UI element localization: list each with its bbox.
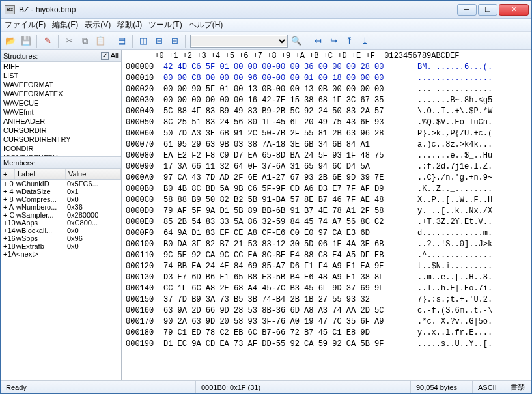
find-prev-icon[interactable]: ↤ bbox=[311, 34, 325, 48]
hex-body[interactable]: 00000042 4D C6 5F 01 00 00 00-00 00 36 0… bbox=[122, 62, 531, 380]
hex-row[interactable]: 0000A097 CA 43 7D AD 2F 6E A1-27 67 93 2… bbox=[122, 173, 531, 184]
hex-column-header: +0 +1 +2 +3 +4 +5 +6 +7 +8 +9 +A +B +C +… bbox=[122, 50, 531, 62]
members-columns: + Label Value bbox=[1, 169, 121, 180]
hex-row[interactable]: 00015037 7D B9 3A 73 B5 3B 74-B4 2B 1B 2… bbox=[122, 294, 531, 305]
hex-row[interactable]: 00012074 BB EA 24 4E 84 69 85-A7 D6 F1 F… bbox=[122, 261, 531, 272]
members-list[interactable]: + 0wChunkID0x5FC6...+ 4wDataSize0x1+ 8wC… bbox=[1, 180, 121, 380]
status-pos: 0001B0: 0x1F (31) bbox=[196, 381, 411, 393]
member-row[interactable]: +14wBlockali...0x0 bbox=[1, 227, 121, 234]
hex-row[interactable]: 00007061 95 29 63 9B 03 38 7A-18 3E 6B 3… bbox=[122, 139, 531, 150]
hex-row[interactable]: 00016063 9A 2D 66 9D 28 53 8B-36 6D A8 A… bbox=[122, 305, 531, 317]
search-combo[interactable] bbox=[190, 35, 288, 48]
paste-icon[interactable]: 📋 bbox=[93, 34, 107, 48]
member-row[interactable]: + 0wChunkID0x5FC6... bbox=[1, 180, 121, 188]
hex-row[interactable]: 0000E085 2B 54 83 33 5A 86 32-59 84 45 7… bbox=[122, 217, 531, 228]
titlebar: Bz BZ - hiyoko.bmp ─ ☐ ✕ bbox=[1, 1, 531, 19]
copy-icon[interactable]: ⧉ bbox=[77, 34, 92, 48]
find-icon[interactable]: 🔍 bbox=[289, 34, 303, 48]
hex-row[interactable]: 000100B0 DA 3F 82 B7 21 53 83-12 30 5D 0… bbox=[122, 239, 531, 250]
status-ins: 書禁 bbox=[505, 381, 531, 393]
find-next-icon[interactable]: ↪ bbox=[326, 34, 341, 48]
split-horizontal-icon[interactable]: ⊟ bbox=[152, 34, 166, 48]
cut-icon[interactable]: ✂ bbox=[62, 34, 76, 48]
structure-item[interactable]: WAVEfmt bbox=[1, 107, 121, 117]
structure-item[interactable]: CURSORDIRENTRY bbox=[1, 135, 121, 144]
structure-item[interactable]: WAVEFORMATEX bbox=[1, 89, 121, 98]
structures-list[interactable]: RIFFLISTWAVEFORMATWAVEFORMATEXWAVECUEWAV… bbox=[1, 62, 121, 157]
hex-row[interactable]: 00017090 2A 63 9D 20 58 93 3F-76 A0 19 4… bbox=[122, 317, 531, 328]
hex-row[interactable]: 0000508C 25 51 83 24 56 80 1F-45 6F 20 4… bbox=[122, 117, 531, 128]
menu-help[interactable]: ヘルプ(H) bbox=[189, 20, 223, 31]
member-row[interactable]: + AwNumbero...0x36 bbox=[1, 203, 121, 211]
member-row[interactable]: +1A<next> bbox=[1, 250, 121, 258]
hex-row[interactable]: 0000405C 88 4F 83 B9 49 83 B9-2B 5C 92 2… bbox=[122, 106, 531, 117]
hex-row[interactable]: 00003000 00 00 00 00 00 16 42-7E 15 38 6… bbox=[122, 95, 531, 106]
hex-row[interactable]: 00001000 00 C8 00 00 00 96 00-00 00 01 0… bbox=[122, 73, 531, 84]
hex-row[interactable]: 00006050 7D A3 3E 6B 91 2C 50-7B 2F 55 8… bbox=[122, 128, 531, 139]
all-checkbox[interactable]: ✓ bbox=[101, 52, 109, 60]
members-header: Members: bbox=[1, 157, 121, 169]
menu-jump[interactable]: 移動(J) bbox=[117, 20, 142, 31]
maximize-button[interactable]: ☐ bbox=[478, 4, 497, 16]
left-panel: Structures: ✓All RIFFLISTWAVEFORMATWAVEF… bbox=[1, 50, 122, 380]
member-row[interactable]: +18wExtrafb0x0 bbox=[1, 242, 121, 250]
status-size: 90,054 bytes bbox=[411, 381, 473, 393]
split-vertical-icon[interactable]: ◫ bbox=[136, 34, 150, 48]
hex-row[interactable]: 0000D079 AF 5F 9A D1 5B 89 BB-6B 91 B7 4… bbox=[122, 206, 531, 217]
jump-bottom-icon[interactable]: ⤓ bbox=[357, 34, 372, 48]
hex-row[interactable]: 000140CC 1F 6C A8 2E 68 A4 45-7C B3 45 6… bbox=[122, 283, 531, 294]
structure-item[interactable]: RIFF bbox=[1, 62, 121, 71]
menu-file[interactable]: ファイル(F) bbox=[5, 20, 46, 31]
structure-item[interactable]: ICONDIR bbox=[1, 144, 121, 153]
structure-item[interactable]: LIST bbox=[1, 71, 121, 80]
save-icon[interactable]: 💾 bbox=[19, 34, 33, 48]
minimize-button[interactable]: ─ bbox=[457, 4, 477, 16]
status-ready: Ready bbox=[1, 381, 196, 393]
member-row[interactable]: + 8wCompres...0x0 bbox=[1, 195, 121, 203]
structures-header: Structures: ✓All bbox=[1, 50, 121, 62]
toolbar: 📂 💾 ✎ ✂ ⧉ 📋 ▤ ◫ ⊟ ⊞ 🔍 ↤ ↪ ⤒ ⤓ bbox=[1, 32, 531, 50]
hex-row[interactable]: 0000B0B0 4B 8C BD 5A 9B C6 5F-9F CD A6 D… bbox=[122, 184, 531, 195]
hex-row[interactable]: 000080EA E2 F2 F8 C9 D7 EA 65-8D BA 24 5… bbox=[122, 150, 531, 162]
hex-row[interactable]: 00002000 00 90 5F 01 00 13 0B-00 00 13 0… bbox=[122, 84, 531, 95]
hex-area: +0 +1 +2 +3 +4 +5 +6 +7 +8 +9 +A +B +C +… bbox=[122, 50, 531, 380]
status-bar: Ready 0001B0: 0x1F (31) 90,054 bytes ASC… bbox=[1, 380, 531, 393]
hex-row[interactable]: 00009017 3A 66 11 32 64 0F 37-6A 31 65 9… bbox=[122, 162, 531, 173]
close-button[interactable]: ✕ bbox=[499, 4, 529, 16]
menu-tools[interactable]: ツール(T) bbox=[148, 20, 182, 31]
jump-top-icon[interactable]: ⤒ bbox=[342, 34, 356, 48]
split-4-icon[interactable]: ⊞ bbox=[167, 34, 182, 48]
hex-row[interactable]: 00000042 4D C6 5F 01 00 00 00-00 00 36 0… bbox=[122, 62, 531, 73]
hex-row[interactable]: 00018079 C1 ED 78 C2 EB 6C B7-66 72 B7 4… bbox=[122, 328, 531, 339]
menu-view[interactable]: 表示(V) bbox=[85, 20, 111, 31]
window-title: BZ - hiyoko.bmp bbox=[19, 5, 457, 14]
edit-mode-icon[interactable]: ✎ bbox=[40, 34, 55, 48]
status-mode[interactable]: ASCII bbox=[473, 381, 505, 393]
hex-row[interactable]: 0000F064 9A D1 83 EF CE A8 CF-E6 C0 E0 9… bbox=[122, 228, 531, 239]
hex-row[interactable]: 000130D3 E7 6D B6 E1 65 B8 E3-5B B4 E6 4… bbox=[122, 272, 531, 283]
structure-item[interactable]: WAVECUE bbox=[1, 98, 121, 107]
struct-icon[interactable]: ▤ bbox=[115, 34, 129, 48]
member-row[interactable]: + CwSampler...0x280000 bbox=[1, 211, 121, 219]
member-row[interactable]: + 4wDataSize0x1 bbox=[1, 188, 121, 195]
hex-row[interactable]: 0001109C 5E 92 CA 9C CC EA 8C-BE E4 88 C… bbox=[122, 250, 531, 261]
hex-row[interactable]: 000190D1 EC 9A CD EA 73 AF DD-55 92 CA 5… bbox=[122, 339, 531, 350]
structure-item[interactable]: WAVEFORMAT bbox=[1, 80, 121, 89]
structure-item[interactable]: CURSORDIR bbox=[1, 126, 121, 135]
app-icon: Bz bbox=[5, 5, 15, 14]
open-icon[interactable]: 📂 bbox=[3, 34, 18, 48]
menubar: ファイル(F) 編集(E) 表示(V) 移動(J) ツール(T) ヘルプ(H) bbox=[1, 19, 531, 32]
menu-edit[interactable]: 編集(E) bbox=[52, 20, 78, 31]
member-row[interactable]: +10wAbps0xC800... bbox=[1, 219, 121, 227]
member-row[interactable]: +16wSbps0x96 bbox=[1, 234, 121, 242]
hex-row[interactable]: 0000C058 88 B9 50 82 B2 5B 91-BA 57 8E B… bbox=[122, 195, 531, 206]
structure-item[interactable]: ANIHEADER bbox=[1, 117, 121, 126]
